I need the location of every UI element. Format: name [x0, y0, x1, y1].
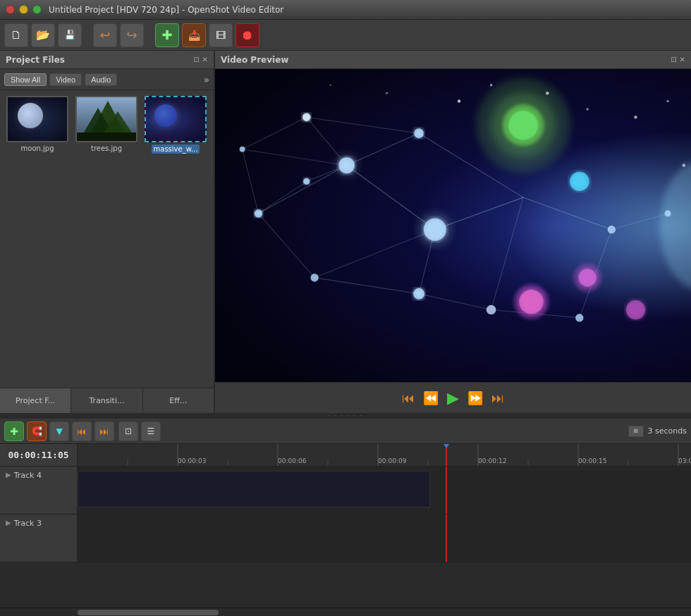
film-icon: 🎞	[216, 30, 226, 41]
svg-point-32	[255, 209, 262, 217]
file-name-moon: moon.jpg	[21, 144, 54, 152]
save-icon: 💾	[64, 30, 75, 40]
track-4-arrow: ▶	[6, 471, 11, 479]
new-file-icon: 🗋	[11, 28, 22, 42]
layout-icon: ☰	[147, 426, 155, 436]
play-icon: ▶	[447, 389, 459, 407]
main-toolbar: 🗋 📂 💾 ↩ ↪ ✚ 📥 🎞 ⏺	[0, 20, 691, 51]
rewind-icon: ⏪	[423, 391, 439, 405]
undo-icon: ↩	[99, 27, 110, 42]
transitions-button[interactable]: 🎞	[209, 23, 233, 47]
file-item-trees[interactable]: trees.jpg	[75, 96, 138, 154]
file-name-massive: massive_w...	[152, 144, 200, 154]
tab-effects[interactable]: Eff...	[143, 388, 214, 413]
main-content: Project Files ⊡ ✕ Show All Video Audio »…	[0, 51, 691, 413]
svg-point-50	[519, 290, 543, 314]
file-thumb-massive	[145, 96, 207, 142]
vp-resize-icon[interactable]: ⊡	[671, 56, 676, 63]
magnet-icon: 🧲	[32, 426, 42, 436]
video-filter-button[interactable]: Video	[49, 73, 82, 86]
fast-forward-button[interactable]: ⏩	[467, 392, 483, 405]
video-preview-area[interactable]	[215, 69, 691, 382]
svg-point-37	[414, 128, 424, 138]
resize-handle[interactable]: · · · · · ·	[0, 413, 691, 419]
audio-filter-button[interactable]: Audio	[85, 73, 117, 86]
track-4-playhead-line	[446, 467, 447, 514]
save-file-button[interactable]: 💾	[58, 23, 82, 47]
rewind-button[interactable]: ⏪	[423, 392, 439, 405]
time-display: 00:00:11:05	[0, 444, 78, 466]
svg-point-60	[634, 116, 637, 119]
close-window-button[interactable]	[6, 5, 15, 14]
video-preview-title: Video Preview	[221, 55, 288, 65]
play-button[interactable]: ▶	[447, 390, 459, 406]
down-arrow-button[interactable]: ▼	[49, 421, 69, 441]
file-item-moon[interactable]: moon.jpg	[6, 96, 69, 154]
panel-close-icon[interactable]: ✕	[202, 56, 208, 63]
redo-icon: ↪	[126, 27, 137, 42]
filter-bar: Show All Video Audio »	[0, 69, 214, 90]
video-preview-header: Video Preview ⊡ ✕	[215, 51, 691, 69]
track-3-arrow: ▶	[6, 519, 11, 526]
titlebar-text: Untitled Project [HDV 720 24p] - OpenSho…	[49, 5, 283, 15]
svg-point-48	[570, 172, 589, 191]
playback-controls: ⏮ ⏪ ▶ ⏩ ⏭	[215, 382, 691, 413]
layout-button[interactable]: ☰	[141, 421, 161, 441]
horizontal-scrollbar[interactable]	[0, 608, 691, 616]
seconds-icon: ⊞	[628, 426, 644, 437]
tab-transitions[interactable]: Transiti...	[71, 388, 142, 413]
file-name-trees: trees.jpg	[91, 144, 122, 152]
add-track-button[interactable]: ✚	[4, 421, 24, 441]
import-button[interactable]: 📥	[182, 23, 206, 47]
prev-marker-button[interactable]: ⏮	[72, 421, 92, 441]
svg-point-47	[509, 111, 538, 140]
maximize-window-button[interactable]	[32, 5, 42, 14]
svg-rect-6	[215, 69, 691, 382]
file-item-massive[interactable]: massive_w...	[144, 96, 207, 154]
scrollbar-thumb[interactable]	[78, 610, 219, 615]
right-panel: Video Preview ⊡ ✕	[215, 51, 691, 413]
tracks-container: ▶ Track 4 ▶ Track 3 .track-row:last	[0, 467, 691, 608]
tab-project-files[interactable]: Project F...	[0, 388, 71, 413]
track-3-content[interactable]	[78, 515, 691, 562]
undo-button[interactable]: ↩	[93, 23, 117, 47]
rewind-start-button[interactable]: ⏮	[402, 392, 415, 405]
record-button[interactable]: ⏺	[236, 23, 259, 47]
svg-point-64	[330, 85, 331, 86]
fast-forward-icon: ⏩	[467, 391, 483, 405]
seconds-label: 3 seconds	[648, 426, 687, 436]
titlebar: Untitled Project [HDV 720 24p] - OpenSho…	[0, 0, 691, 20]
minimize-window-button[interactable]	[19, 5, 28, 14]
forward-end-icon: ⏭	[491, 391, 504, 405]
svg-point-53	[626, 300, 645, 319]
svg-rect-4	[77, 133, 137, 142]
panel-resize-icon[interactable]: ⊡	[193, 56, 199, 63]
svg-point-63	[386, 92, 388, 94]
svg-point-59	[586, 108, 588, 110]
new-file-button[interactable]: 🗋	[4, 23, 28, 47]
show-all-button[interactable]: Show All	[4, 73, 47, 86]
record-icon: ⏺	[241, 27, 254, 42]
razor-button[interactable]: ⊡	[118, 421, 138, 441]
vp-close-icon[interactable]: ✕	[680, 56, 685, 63]
track-4-content[interactable]	[78, 467, 691, 514]
project-files-header: Project Files ⊡ ✕	[0, 51, 214, 69]
next-marker-button[interactable]: ⏭	[94, 421, 114, 441]
track-row-3: ▶ Track 3	[0, 515, 691, 562]
timeline-area: ✚ 🧲 ▼ ⏮ ⏭ ⊡ ☰ ⊞ 3 seconds 00:00:11:05	[0, 419, 691, 616]
svg-point-35	[240, 147, 245, 152]
track-4-clip[interactable]	[78, 471, 430, 507]
window-controls	[6, 5, 42, 14]
svg-point-34	[302, 113, 310, 121]
add-button[interactable]: ✚	[155, 23, 179, 47]
filter-more-icon[interactable]: »	[203, 74, 209, 85]
redo-button[interactable]: ↪	[120, 23, 144, 47]
forward-end-button[interactable]: ⏭	[491, 392, 504, 405]
svg-point-33	[303, 178, 310, 185]
open-file-button[interactable]: 📂	[31, 23, 55, 47]
vp-header-icons: ⊡ ✕	[671, 56, 685, 63]
timeline-ruler-row: 00:00:11:05 00:00:03 00:00:06 00:00:09 0…	[0, 444, 691, 467]
timeline-ruler[interactable]: 00:00:03 00:00:06 00:00:09 00:00:12 00:0…	[78, 444, 691, 466]
svg-point-56	[458, 99, 461, 103]
magnet-button[interactable]: 🧲	[27, 421, 47, 441]
